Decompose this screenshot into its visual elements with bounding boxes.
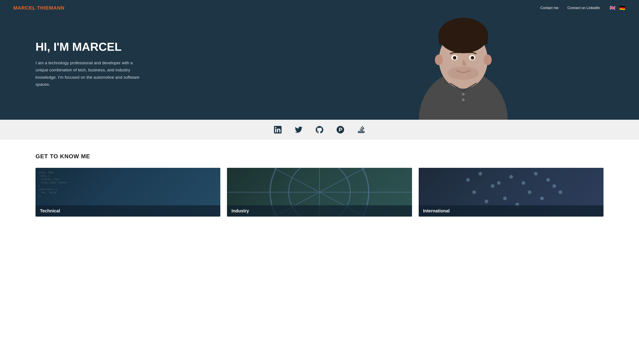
section-title: GET TO KNOW ME	[36, 153, 603, 160]
svg-point-15	[462, 98, 465, 101]
hero-content: HI, I'M MARCEL I am a technology profess…	[0, 18, 155, 101]
flag-english[interactable]: 🇬🇧	[609, 4, 616, 12]
svg-point-32	[472, 190, 476, 194]
svg-point-10	[472, 56, 474, 58]
svg-point-35	[552, 184, 556, 188]
svg-point-11	[448, 66, 479, 80]
nav-logo[interactable]: MARCEL THIEMANN	[13, 5, 65, 11]
svg-point-22	[466, 178, 470, 182]
card-technical[interactable]: width: 100%; .class { display: flex; ali…	[36, 168, 220, 216]
svg-point-33	[485, 200, 488, 203]
hero-title: HI, I'M MARCEL	[36, 40, 142, 53]
svg-point-29	[558, 190, 562, 194]
hero-description: I am a technology professional and devel…	[36, 60, 142, 88]
hero-image	[287, 0, 639, 120]
linkedin-link[interactable]: Connect on LinkedIn	[567, 6, 600, 10]
card-label-international: International	[419, 205, 603, 216]
card-label-technical: Technical	[36, 205, 220, 216]
svg-point-12	[435, 54, 443, 65]
main-content: GET TO KNOW ME width: 100%; .class { dis…	[0, 140, 639, 226]
svg-point-36	[497, 181, 501, 185]
social-bar	[0, 120, 639, 140]
flag-german[interactable]: 🇩🇪	[618, 4, 626, 12]
card-industry[interactable]: Industry	[227, 168, 412, 216]
contact-link[interactable]: Contact me	[540, 6, 558, 10]
social-stackoverflow[interactable]	[358, 126, 365, 134]
svg-point-30	[503, 196, 507, 200]
nav-links: Contact me Connect on LinkedIn 🇬🇧 🇩🇪	[540, 4, 626, 12]
navbar: MARCEL THIEMANN Contact me Connect on Li…	[0, 0, 639, 16]
card-label-industry: Industry	[227, 205, 412, 216]
svg-point-27	[534, 172, 538, 176]
social-producthunt[interactable]	[337, 126, 344, 134]
svg-point-13	[484, 54, 492, 65]
svg-point-9	[454, 56, 456, 58]
cards-row: width: 100%; .class { display: flex; ali…	[36, 168, 603, 216]
card-international[interactable]: International	[419, 168, 603, 216]
svg-point-28	[546, 178, 550, 182]
svg-point-14	[462, 93, 465, 96]
svg-point-23	[478, 172, 482, 176]
svg-point-37	[528, 190, 531, 194]
svg-point-34	[540, 196, 544, 200]
person-portrait	[410, 2, 516, 120]
social-linkedin[interactable]	[274, 126, 281, 134]
hero-section: HI, I'M MARCEL I am a technology profess…	[0, 0, 639, 120]
svg-rect-4	[439, 36, 488, 44]
svg-point-25	[509, 175, 513, 179]
svg-point-26	[522, 181, 525, 185]
social-github[interactable]	[316, 126, 323, 134]
social-twitter[interactable]	[295, 126, 302, 134]
language-flags: 🇬🇧 🇩🇪	[609, 4, 626, 12]
svg-point-24	[491, 184, 495, 188]
